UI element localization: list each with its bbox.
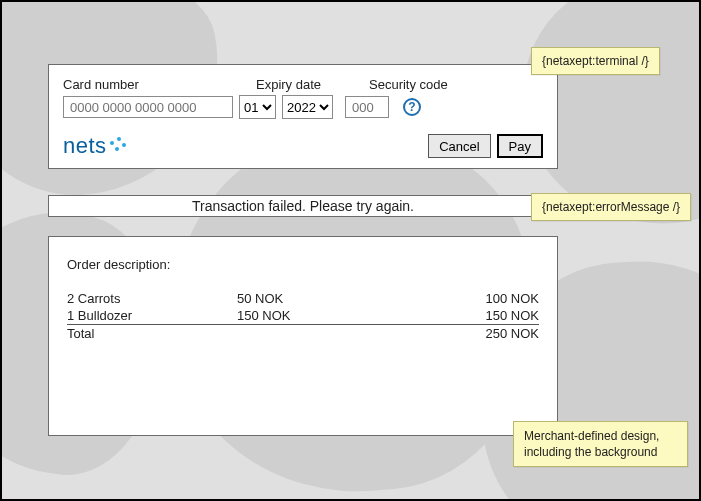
line-unit: 50 NOK bbox=[237, 290, 437, 307]
table-row: 1 Bulldozer 150 NOK 150 NOK bbox=[67, 307, 539, 325]
callout-terminal: {netaxept:terminal /} bbox=[531, 47, 660, 75]
line-total: 100 NOK bbox=[437, 290, 539, 307]
order-table: 2 Carrots 50 NOK 100 NOK 1 Bulldozer 150… bbox=[67, 290, 539, 342]
pay-button[interactable]: Pay bbox=[497, 134, 543, 158]
table-total-row: Total 250 NOK bbox=[67, 325, 539, 343]
line-desc: 2 Carrots bbox=[67, 290, 237, 307]
cancel-button[interactable]: Cancel bbox=[428, 134, 490, 158]
card-number-label: Card number bbox=[63, 77, 238, 92]
terminal-panel: Card number Expiry date Security code 01… bbox=[48, 64, 558, 169]
nets-logo-dots-icon bbox=[110, 137, 128, 155]
expiry-month-select[interactable]: 01 bbox=[239, 95, 276, 119]
line-total: 150 NOK bbox=[437, 307, 539, 325]
help-icon[interactable]: ? bbox=[403, 98, 421, 116]
total-label: Total bbox=[67, 325, 237, 343]
security-code-input[interactable] bbox=[345, 96, 389, 118]
card-number-input[interactable] bbox=[63, 96, 233, 118]
nets-logo-text: nets bbox=[63, 133, 107, 159]
error-message-text: Transaction failed. Please try again. bbox=[192, 198, 414, 214]
security-code-label: Security code bbox=[369, 77, 479, 92]
order-panel: Order description: 2 Carrots 50 NOK 100 … bbox=[48, 236, 558, 436]
table-row: 2 Carrots 50 NOK 100 NOK bbox=[67, 290, 539, 307]
expiry-date-label: Expiry date bbox=[256, 77, 351, 92]
order-title: Order description: bbox=[67, 257, 539, 272]
error-message-bar: Transaction failed. Please try again. bbox=[48, 195, 558, 217]
line-desc: 1 Bulldozer bbox=[67, 307, 237, 325]
line-unit: 150 NOK bbox=[237, 307, 437, 325]
expiry-year-select[interactable]: 2022 bbox=[282, 95, 333, 119]
total-value: 250 NOK bbox=[437, 325, 539, 343]
nets-logo: nets bbox=[63, 133, 128, 159]
page-frame: Card number Expiry date Security code 01… bbox=[0, 0, 701, 501]
callout-error: {netaxept:errorMessage /} bbox=[531, 193, 691, 221]
callout-merchant: Merchant-defined design, including the b… bbox=[513, 421, 688, 467]
